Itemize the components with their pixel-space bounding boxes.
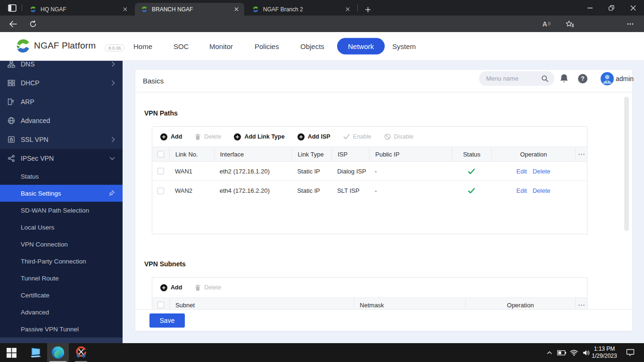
chevron-right-icon	[111, 137, 115, 142]
menu-search-input[interactable]: Menu name	[479, 71, 554, 86]
search-icon[interactable]	[541, 75, 549, 82]
collections-star-icon[interactable]	[564, 18, 576, 30]
read-aloud-icon[interactable]: A	[540, 18, 553, 30]
sidebar-subitem-certificate[interactable]: Certificate	[0, 287, 123, 304]
enable-path-button[interactable]: Enable	[343, 133, 372, 140]
col-isp: ISP	[331, 147, 369, 161]
cell-public-ip: -	[369, 162, 452, 181]
tab-title: NGAF Branch 2	[263, 6, 343, 13]
vpn-subnets-table: Add Delete Subnet Netmask Operation	[152, 277, 587, 309]
brand-title: NGAF Platform	[34, 41, 96, 51]
nav-network[interactable]: Network	[337, 38, 385, 55]
row-checkbox[interactable]	[152, 181, 169, 200]
chevron-right-icon	[111, 80, 115, 86]
chevron-right-icon	[111, 61, 115, 67]
tab-close-icon[interactable]	[343, 5, 352, 14]
sidebar-item-dns[interactable]: DNS	[0, 60, 123, 74]
nav-system[interactable]: System	[392, 42, 416, 50]
add-path-button[interactable]: Add	[160, 133, 182, 140]
sidebar-subitem-advanced[interactable]: Advanced	[0, 304, 123, 321]
row-checkbox[interactable]	[152, 162, 169, 181]
notifications-bell-icon[interactable]	[560, 74, 569, 85]
ipsec-vpn-icon	[8, 155, 15, 162]
col-link-no: Link No.	[169, 147, 214, 161]
vertical-scrollbar[interactable]	[624, 97, 629, 231]
column-settings-icon[interactable]	[575, 298, 587, 309]
dns-icon	[8, 60, 15, 68]
select-all-checkbox[interactable]	[152, 298, 169, 309]
tab-close-icon[interactable]	[232, 5, 240, 14]
action-center-icon[interactable]	[622, 343, 638, 362]
refresh-icon[interactable]	[27, 18, 39, 30]
edit-link[interactable]: Edit	[516, 187, 527, 194]
cell-link-no: WAN1	[169, 162, 214, 181]
nav-objects[interactable]: Objects	[300, 42, 324, 50]
col-operation: Operation	[465, 298, 575, 309]
delete-path-button[interactable]: Delete	[195, 133, 221, 140]
browser-tab-hq-ngaf[interactable]: HQ NGAF	[24, 3, 133, 16]
nav-home[interactable]: Home	[133, 42, 152, 50]
restore-button[interactable]	[601, 0, 622, 16]
tab-layout-icon[interactable]	[7, 3, 18, 13]
chevron-down-icon	[109, 156, 115, 160]
delete-subnet-button[interactable]: Delete	[195, 284, 221, 291]
battery-icon[interactable]	[555, 343, 568, 362]
sidebar-item-arp[interactable]: ARP	[0, 92, 123, 111]
sidebar-subitem-sdwan-path-selection[interactable]: SD-WAN Path Selection	[0, 202, 123, 219]
help-icon[interactable]: ?	[578, 74, 587, 83]
sidebar-subitem-basic-settings[interactable]: Basic Settings	[0, 185, 123, 202]
save-button[interactable]: Save	[149, 313, 185, 328]
sidebar-menu: DNS DHCP ARP Advanced SSL VPN	[0, 60, 123, 337]
add-link-type-button[interactable]: Add Link Type	[234, 133, 284, 140]
sidebar-subitem-status[interactable]: Status	[0, 168, 123, 185]
browser-tab-ngaf-branch-2[interactable]: NGAF Branch 2	[246, 3, 355, 16]
sidebar-subitem-third-party-connection[interactable]: Third-Party Connection	[0, 253, 123, 270]
vpn-paths-heading: VPN Paths	[144, 109, 178, 117]
taskbar-clock[interactable]: 1:13 PM 1/29/2023	[590, 346, 619, 360]
close-button[interactable]	[622, 0, 644, 16]
username-label[interactable]: admin	[616, 75, 634, 82]
sidebar-subitem-local-users[interactable]: Local Users	[0, 219, 123, 236]
sidebar-subitem-passive-vpn-tunnel[interactable]: Passive VPN Tunnel	[0, 321, 123, 337]
add-subnet-button[interactable]: Add	[160, 284, 182, 291]
disable-path-button[interactable]: Disable	[384, 133, 414, 140]
column-settings-icon[interactable]	[575, 147, 587, 161]
sidebar-item-dhcp[interactable]: DHCP	[0, 74, 123, 92]
col-public-ip: Public IP	[369, 147, 452, 161]
taskbar-snipping-tool-icon[interactable]	[71, 343, 91, 362]
content-area: Basics VPN Paths Add Delete Add Link Typ…	[123, 60, 644, 343]
delete-link[interactable]: Delete	[533, 187, 551, 194]
new-tab-button[interactable]	[362, 4, 373, 15]
sidebar-item-ssl-vpn[interactable]: SSL VPN	[0, 130, 123, 149]
browser-tab-branch-ngaf[interactable]: BRANCH NGAF	[135, 3, 244, 16]
tab-close-icon[interactable]	[121, 5, 129, 14]
select-all-checkbox[interactable]	[152, 147, 169, 161]
screen: HQ NGAF BRANCH NGAF NGAF Branch 2	[0, 0, 644, 362]
sidebar-item-advanced[interactable]: Advanced	[0, 111, 123, 130]
edit-link[interactable]: Edit	[516, 168, 527, 175]
taskbar-file-explorer-icon[interactable]	[25, 343, 46, 362]
card-footer: Save	[135, 309, 632, 331]
add-isp-button[interactable]: Add ISP	[297, 133, 330, 140]
tray-show-hidden-icons[interactable]	[543, 343, 555, 362]
col-interface: Interface	[214, 147, 292, 161]
tab-separator	[22, 4, 22, 11]
pin-icon[interactable]	[108, 190, 115, 198]
browser-menu-icon[interactable]	[624, 18, 636, 30]
nav-monitor[interactable]: Monitor	[209, 42, 233, 50]
admin-avatar[interactable]	[601, 72, 614, 85]
table-row-wan2: WAN2 eth4 (172.16.2.20) Static IP SLT IS…	[152, 181, 587, 200]
delete-link[interactable]: Delete	[533, 168, 551, 175]
start-button[interactable]	[1, 343, 22, 362]
minimize-button[interactable]	[579, 0, 601, 16]
tab-title: HQ NGAF	[41, 6, 121, 13]
vpn-subnets-header-row: Subnet Netmask Operation	[152, 297, 587, 309]
nav-policies[interactable]: Policies	[255, 42, 279, 50]
nav-soc[interactable]: SOC	[173, 42, 189, 50]
wifi-icon[interactable]	[568, 343, 580, 362]
sidebar-subitem-tunnel-route[interactable]: Tunnel Route	[0, 270, 123, 287]
sidebar-item-ipsec-vpn[interactable]: IPSec VPN	[0, 149, 123, 168]
sidebar-subitem-vpn-connection[interactable]: VPN Connection	[0, 236, 123, 253]
taskbar-edge-icon[interactable]	[47, 343, 69, 362]
back-icon[interactable]	[7, 18, 19, 30]
